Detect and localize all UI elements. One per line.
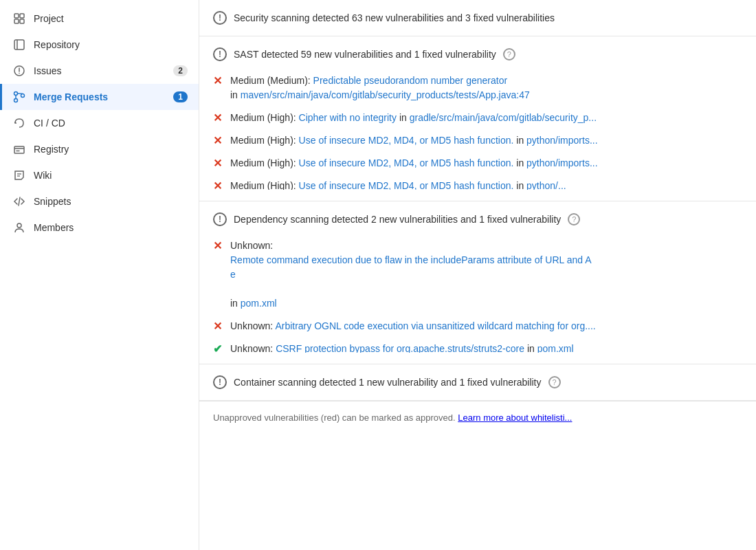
- ci-cd-icon: [13, 117, 25, 129]
- sidebar-item-wiki[interactable]: Wiki: [0, 162, 199, 188]
- issues-icon: [13, 65, 25, 77]
- vuln-3-x-icon: ✕: [213, 134, 222, 147]
- vuln-3-link[interactable]: Use of insecure MD2, MD4, or MD5 hash fu…: [299, 135, 514, 146]
- vuln-2-severity: Medium (High):: [230, 112, 299, 123]
- sidebar-item-issues[interactable]: Issues 2: [0, 58, 199, 84]
- sidebar-item-merge-requests-label: Merge Requests: [34, 91, 165, 102]
- merge-requests-badge: 1: [173, 91, 188, 102]
- sidebar-item-members[interactable]: Members: [0, 214, 199, 241]
- sidebar-item-repository[interactable]: Repository: [0, 32, 199, 58]
- sidebar-item-wiki-label: Wiki: [34, 170, 188, 181]
- members-icon: [13, 221, 25, 234]
- sidebar-item-registry[interactable]: Registry: [0, 136, 199, 162]
- security-info-icon: !: [213, 11, 227, 25]
- vuln-2-in: in: [399, 112, 410, 123]
- vuln-4-x-icon: ✕: [213, 157, 222, 170]
- issues-badge: 2: [173, 65, 188, 76]
- vuln-1-path[interactable]: maven/src/main/java/com/gitlab/security_…: [241, 89, 530, 100]
- dep-vuln-1-text: Unknown: Remote command execution due to…: [230, 239, 742, 311]
- sidebar-item-snippets[interactable]: Snippets: [0, 188, 199, 214]
- sidebar-item-ci-cd-label: CI / CD: [34, 118, 188, 129]
- vuln-3-path[interactable]: python/imports...: [526, 135, 598, 146]
- container-info-icon: !: [213, 375, 227, 389]
- sast-info-icon: !: [213, 47, 227, 61]
- vuln-2-link[interactable]: Cipher with no integrity: [299, 112, 397, 123]
- vuln-3-severity: Medium (High):: [230, 135, 299, 146]
- dep-vuln-3-path[interactable]: pom.xml: [537, 343, 574, 353]
- dep-vuln-item-2: ✕ Unknown: Arbitrary OGNL code execution…: [213, 315, 742, 338]
- footer-link[interactable]: Learn more about whitelisti...: [458, 412, 572, 423]
- dep-vuln-1-in: in: [230, 298, 241, 309]
- dependency-scan-text: Dependency scanning detected 2 new vulne…: [234, 214, 561, 225]
- dep-vuln-2-severity: Unknown:: [230, 320, 275, 331]
- svg-point-11: [21, 94, 25, 98]
- project-icon: [13, 12, 25, 25]
- svg-rect-1: [20, 14, 24, 18]
- vuln-1-severity: Medium (Medium):: [230, 75, 313, 86]
- svg-point-9: [14, 92, 18, 96]
- sidebar-item-merge-requests[interactable]: Merge Requests 1: [0, 84, 199, 110]
- security-scan-section: ! Security scanning detected 63 new vuln…: [199, 0, 756, 36]
- vuln-1-link[interactable]: Predictable pseudorandom number generato…: [313, 75, 508, 86]
- merge-requests-icon: [13, 91, 25, 103]
- vuln-5-severity: Medium (High):: [230, 180, 299, 190]
- dep-vuln-1-link[interactable]: Remote command execution due to flaw in …: [230, 254, 592, 265]
- vuln-item-3: ✕ Medium (High): Use of insecure MD2, MD…: [213, 129, 742, 152]
- dep-vuln-2-text: Unknown: Arbitrary OGNL code execution v…: [230, 319, 742, 333]
- dependency-scan-header: ! Dependency scanning detected 2 new vul…: [213, 212, 742, 226]
- svg-rect-2: [14, 19, 19, 23]
- sast-help-icon[interactable]: ?: [503, 48, 515, 60]
- sidebar-item-snippets-label: Snippets: [34, 196, 188, 207]
- vuln-5-link[interactable]: Use of insecure MD2, MD4, or MD5 hash fu…: [299, 180, 514, 190]
- vuln-4-in: in: [516, 157, 526, 168]
- repository-icon: [13, 38, 25, 51]
- vuln-3-in: in: [516, 135, 526, 146]
- vuln-item-2: ✕ Medium (High): Cipher with no integrit…: [213, 107, 742, 129]
- dep-vuln-2-x-icon: ✕: [213, 320, 222, 333]
- security-scan-text: Security scanning detected 63 new vulner…: [234, 12, 555, 23]
- dep-vuln-item-3: ✔ Unknown: CSRF protection bypass for or…: [213, 338, 742, 353]
- sidebar-item-repository-label: Repository: [34, 39, 188, 50]
- vuln-4-severity: Medium (High):: [230, 157, 299, 168]
- dependency-help-icon[interactable]: ?: [568, 213, 580, 226]
- sidebar-item-members-label: Members: [34, 222, 188, 233]
- vuln-2-path[interactable]: gradle/src/main/java/com/gitlab/security…: [410, 112, 597, 123]
- dep-vuln-3-text: Unknown: CSRF protection bypass for org.…: [230, 342, 742, 353]
- vuln-2-text: Medium (High): Cipher with no integrity …: [230, 111, 742, 125]
- dep-vuln-item-1: ✕ Unknown: Remote command execution due …: [213, 234, 742, 315]
- dep-vuln-3-severity: Unknown:: [230, 343, 276, 353]
- dep-vuln-3-in: in: [527, 343, 537, 353]
- vuln-4-link[interactable]: Use of insecure MD2, MD4, or MD5 hash fu…: [299, 157, 514, 168]
- svg-point-8: [19, 73, 20, 74]
- dep-vuln-1-path[interactable]: pom.xml: [241, 298, 277, 309]
- sidebar-item-ci-cd[interactable]: CI / CD: [0, 110, 199, 136]
- wiki-icon: [13, 169, 25, 182]
- sast-header: ! SAST detected 59 new vulnerabilities a…: [213, 47, 742, 61]
- vuln-5-path[interactable]: python/...: [526, 180, 566, 190]
- container-scan-header: ! Container scanning detected 1 new vuln…: [213, 375, 742, 389]
- container-help-icon[interactable]: ?: [548, 376, 561, 388]
- vuln-1-text: Medium (Medium): Predictable pseudorando…: [230, 74, 742, 102]
- vuln-3-text: Medium (High): Use of insecure MD2, MD4,…: [230, 133, 742, 148]
- sidebar-item-issues-label: Issues: [34, 65, 165, 76]
- dep-vuln-2-link[interactable]: Arbitrary OGNL code execution via unsani…: [275, 320, 595, 331]
- dependency-scan-section: ! Dependency scanning detected 2 new vul…: [199, 201, 756, 364]
- snippets-icon: [13, 195, 25, 208]
- registry-icon: [13, 143, 25, 155]
- dep-vuln-3-link[interactable]: CSRF protection bypass for org.apache.st…: [276, 343, 524, 353]
- sidebar-item-project[interactable]: Project: [0, 6, 199, 32]
- dep-vuln-1-x-icon: ✕: [213, 239, 222, 252]
- vuln-1-in: in: [230, 89, 241, 100]
- svg-rect-13: [14, 146, 24, 153]
- vuln-4-path[interactable]: python/imports...: [526, 157, 598, 168]
- dep-vuln-3-check-icon: ✔: [213, 342, 222, 353]
- container-scan-text: Container scanning detected 1 new vulner…: [234, 377, 542, 388]
- svg-rect-4: [14, 40, 24, 50]
- vuln-item-1: ✕ Medium (Medium): Predictable pseudoran…: [213, 69, 742, 107]
- dep-vuln-1-link-cont[interactable]: e: [230, 269, 236, 280]
- main-content: ! Security scanning detected 63 new vuln…: [199, 0, 756, 550]
- svg-rect-3: [20, 19, 24, 23]
- container-scan-section: ! Container scanning detected 1 new vuln…: [199, 364, 756, 401]
- vuln-2-x-icon: ✕: [213, 111, 222, 124]
- vuln-1-x-icon: ✕: [213, 74, 222, 87]
